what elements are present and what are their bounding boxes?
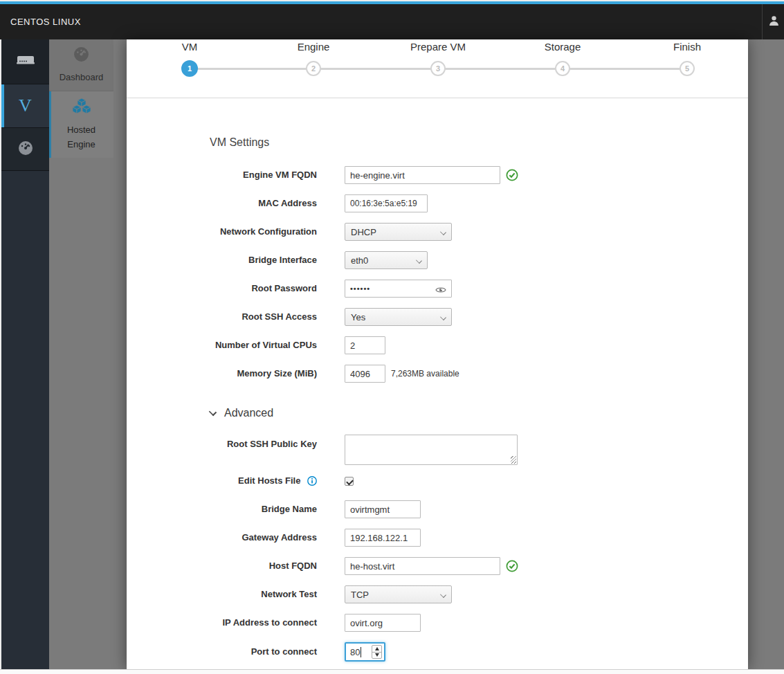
number-spinner bbox=[372, 645, 382, 659]
form-row-bridge-interface: Bridge Interface eth0 bbox=[127, 251, 748, 269]
step-circle-4[interactable]: 4 bbox=[555, 61, 570, 76]
form-row-root-ssh: Root SSH Access Yes bbox=[127, 308, 748, 326]
form-row-engine-fqdn: Engine VM FQDN bbox=[127, 166, 748, 184]
form-row-memory: Memory Size (MiB) 7,263MB available bbox=[127, 365, 748, 383]
dashboard-icon bbox=[17, 140, 34, 159]
bridge-interface-select[interactable]: eth0 bbox=[345, 251, 428, 269]
host-fqdn-input[interactable] bbox=[345, 557, 500, 575]
step-label-vm: VM bbox=[182, 41, 198, 53]
ovirt-logo: V bbox=[19, 97, 32, 115]
hosted-engine-wizard-dialog: VM Engine Prepare VM Storage Finish 1 2 … bbox=[127, 39, 748, 669]
sidebar-item-cluster[interactable] bbox=[1, 128, 49, 171]
step-label-engine: Engine bbox=[298, 41, 330, 53]
masthead: CENTOS LINUX bbox=[0, 4, 784, 39]
user-menu[interactable] bbox=[762, 4, 784, 39]
step-label-prepare: Prepare VM bbox=[410, 41, 466, 53]
sidebar-item-host[interactable] bbox=[1, 39, 49, 84]
primary-sidebar: V bbox=[1, 39, 49, 669]
form-row-ssh-key: Root SSH Public Key bbox=[127, 435, 748, 465]
form-row-bridge-name: Bridge Name bbox=[127, 500, 748, 518]
valid-check-icon bbox=[506, 169, 518, 181]
network-configuration-select[interactable]: DHCP bbox=[345, 223, 452, 241]
form-row-network-config: Network Configuration DHCP bbox=[127, 223, 748, 241]
engine-vm-fqdn-input[interactable] bbox=[345, 166, 500, 184]
ip-address-to-connect-input[interactable] bbox=[345, 614, 421, 632]
sidebar-item-label: Dashboard bbox=[60, 70, 104, 84]
field-label: Port to connect bbox=[127, 646, 317, 657]
cubes-icon bbox=[72, 98, 91, 118]
info-icon[interactable] bbox=[307, 476, 317, 486]
selected-value: eth0 bbox=[351, 255, 368, 266]
form-row-network-test: Network Test TCP bbox=[127, 585, 748, 603]
field-label: Memory Size (MiB) bbox=[127, 368, 317, 379]
eye-icon[interactable] bbox=[435, 284, 446, 297]
spinner-down-button[interactable] bbox=[372, 653, 381, 659]
server-icon bbox=[17, 54, 35, 69]
field-label: Number of Virtual CPUs bbox=[127, 340, 317, 351]
wizard-body: VM Settings Engine VM FQDN MAC Address N… bbox=[127, 98, 748, 662]
form-row-host-fqdn: Host FQDN bbox=[127, 557, 748, 575]
gateway-address-input[interactable] bbox=[345, 529, 421, 547]
wizard-steps: VM Engine Prepare VM Storage Finish 1 2 … bbox=[127, 39, 748, 98]
step-circle-2[interactable]: 2 bbox=[306, 61, 321, 76]
root-ssh-access-select[interactable]: Yes bbox=[345, 308, 452, 326]
edit-hosts-file-checkbox[interactable] bbox=[345, 477, 354, 486]
field-label: Root Password bbox=[127, 283, 317, 294]
step-circle-1[interactable]: 1 bbox=[181, 60, 198, 77]
selected-value: DHCP bbox=[351, 227, 376, 237]
field-label: Bridge Interface bbox=[127, 255, 317, 266]
section-title: VM Settings bbox=[210, 136, 748, 149]
port-value: 80 bbox=[350, 647, 360, 657]
sidebar-item-label: Hosted Engine bbox=[67, 122, 95, 152]
step-circle-3[interactable]: 3 bbox=[430, 61, 446, 76]
text-cursor bbox=[361, 647, 361, 657]
memory-size-input[interactable] bbox=[345, 365, 385, 383]
chevron-down-icon bbox=[209, 408, 217, 415]
form-row-gateway: Gateway Address bbox=[127, 529, 748, 547]
selected-value: Yes bbox=[351, 312, 365, 322]
chevron-down-icon bbox=[440, 229, 446, 235]
field-label: Network Configuration bbox=[127, 226, 317, 237]
chevron-down-icon bbox=[440, 314, 446, 320]
field-label: Root SSH Public Key bbox=[127, 435, 317, 450]
sidebar-item-hosted-engine[interactable]: Hosted Engine bbox=[49, 91, 113, 158]
form-row-port-connect: Port to connect 80 bbox=[127, 642, 748, 662]
advanced-section-label: Advanced bbox=[224, 407, 273, 419]
form-row-edit-hosts: Edit Hosts File bbox=[127, 475, 748, 486]
advanced-section-toggle[interactable]: Advanced bbox=[210, 407, 748, 419]
network-test-select[interactable]: TCP bbox=[345, 585, 452, 603]
field-label: Edit Hosts File bbox=[127, 475, 317, 486]
form-row-root-password: Root Password bbox=[127, 280, 748, 298]
field-label: IP Address to connect bbox=[127, 617, 317, 628]
virtual-cpus-input[interactable] bbox=[345, 336, 385, 354]
step-label-finish: Finish bbox=[673, 41, 701, 53]
field-label: MAC Address bbox=[127, 198, 317, 209]
sidebar-item-virtualization[interactable]: V bbox=[1, 84, 49, 128]
field-label: Host FQDN bbox=[127, 561, 317, 572]
form-row-mac: MAC Address bbox=[127, 194, 748, 212]
field-label: Root SSH Access bbox=[127, 311, 317, 322]
field-label: Gateway Address bbox=[127, 532, 317, 543]
bottom-edge-strip bbox=[0, 669, 784, 674]
secondary-sidebar: Dashboard Hosted Engine bbox=[49, 39, 113, 669]
selected-value: TCP bbox=[351, 590, 369, 600]
field-label: Network Test bbox=[127, 589, 317, 600]
workspace: V Dashboard bbox=[1, 39, 784, 669]
valid-check-icon bbox=[506, 560, 518, 572]
bridge-name-input[interactable] bbox=[345, 500, 421, 518]
field-label: Engine VM FQDN bbox=[127, 170, 317, 181]
step-label-storage: Storage bbox=[545, 41, 581, 53]
dashboard-icon bbox=[73, 46, 90, 65]
port-to-connect-input[interactable]: 80 bbox=[345, 642, 385, 662]
user-icon bbox=[768, 15, 780, 29]
brand-label: CENTOS LINUX bbox=[0, 17, 81, 27]
chevron-down-icon bbox=[440, 592, 446, 598]
step-circle-5[interactable]: 5 bbox=[680, 61, 695, 76]
field-label: Bridge Name bbox=[127, 504, 317, 515]
spinner-up-button[interactable] bbox=[372, 646, 381, 653]
mac-address-input[interactable] bbox=[345, 194, 428, 212]
sidebar-item-dashboard[interactable]: Dashboard bbox=[49, 39, 113, 91]
chevron-down-icon bbox=[416, 257, 422, 264]
memory-available-hint: 7,263MB available bbox=[391, 369, 459, 379]
root-ssh-public-key-textarea[interactable] bbox=[345, 435, 518, 465]
